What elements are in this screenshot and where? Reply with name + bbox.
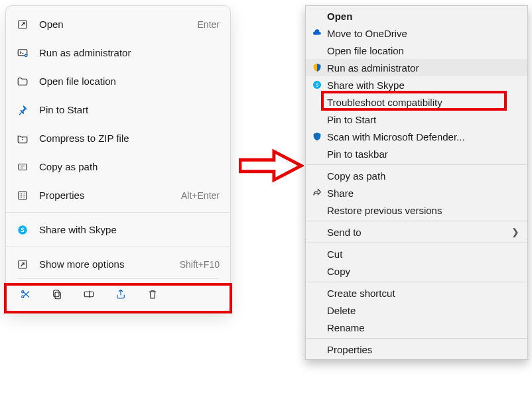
menu-item-hint: Shift+F10 (180, 259, 220, 270)
menu-item-share-skype[interactable]: Share with Skype (6, 215, 230, 244)
more-options-icon (15, 257, 30, 272)
share-out-icon (310, 186, 324, 200)
menu-item-run-as-admin[interactable]: Run as administrator (6, 38, 230, 67)
menu-item-label: Troubleshoot compatibility (327, 97, 519, 108)
blank-icon (310, 342, 324, 357)
blank-icon (310, 203, 324, 217)
menu-item-copy-as-path[interactable]: Copy as path (306, 167, 527, 184)
blank-icon (310, 112, 324, 127)
skype-icon (15, 223, 30, 237)
menu-item-properties[interactable]: Properties Alt+Enter (6, 181, 230, 209)
delete-icon[interactable] (145, 287, 160, 302)
menu-item-send-to[interactable]: Send to❯ (306, 223, 527, 241)
menu-item-label: Pin to taskbar (327, 148, 519, 160)
menu-item-label: Pin to Start (327, 114, 519, 125)
menu-item-label: Open file location (327, 45, 519, 56)
cut-icon[interactable] (18, 287, 33, 302)
skype-icon (310, 78, 324, 92)
menu-item-label: Share with Skype (327, 80, 519, 91)
separator (306, 338, 527, 339)
properties-icon (15, 188, 30, 203)
menu-item-label: Run as administrator (39, 47, 220, 58)
menu-item-label: Restore previous versions (327, 205, 519, 216)
defender-icon (310, 129, 324, 144)
menu-item-scan-with-microsoft-defender[interactable]: Scan with Microsoft Defender... (306, 128, 527, 145)
menu-item-label: Send to (327, 227, 511, 238)
menu-item-copy-as-path[interactable]: Copy as path (6, 152, 230, 181)
chevron-right-icon: ❯ (511, 227, 519, 237)
blank-icon (310, 264, 324, 278)
menu-item-label: Move to OneDrive (327, 28, 519, 39)
separator (306, 282, 527, 282)
blank-icon (310, 286, 324, 300)
separator (306, 243, 527, 243)
menu-item-label: Open (39, 19, 198, 30)
menu-item-label: Open file location (39, 76, 220, 87)
svg-rect-11 (84, 292, 94, 297)
menu-item-share[interactable]: Share (306, 184, 527, 201)
menu-item-label: Share (327, 188, 519, 199)
menu-item-pin-to-start[interactable]: Pin to Start (6, 95, 230, 124)
blank-icon (310, 303, 324, 317)
admin-icon (15, 46, 30, 60)
menu-item-pin-to-start[interactable]: Pin to Start (306, 111, 527, 128)
menu-item-open-file-location[interactable]: Open file location (306, 42, 527, 59)
menu-item-pin-to-taskbar[interactable]: Pin to taskbar (306, 145, 527, 162)
menu-item-label: Properties (327, 344, 519, 355)
separator (306, 164, 527, 165)
menu-item-create-shortcut[interactable]: Create shortcut (306, 284, 527, 302)
menu-item-properties[interactable]: Properties (306, 341, 527, 358)
blank-icon (310, 43, 324, 58)
svg-rect-10 (54, 290, 59, 297)
svg-rect-3 (19, 164, 27, 170)
separator (6, 247, 230, 247)
copy-path-icon (15, 160, 30, 174)
blank-icon (310, 95, 324, 109)
menu-item-label: Scan with Microsoft Defender... (327, 131, 519, 142)
svg-rect-4 (19, 192, 27, 199)
menu-item-troubleshoot-compatibility[interactable]: Troubleshoot compatibility (306, 93, 527, 111)
menu-item-label: Show more options (39, 258, 180, 270)
icon-bar (18, 278, 218, 311)
classic-context-menu: OpenMove to OneDriveOpen file locationRu… (305, 5, 528, 360)
menu-item-rename[interactable]: Rename (306, 319, 527, 336)
menu-item-cut[interactable]: Cut (306, 245, 527, 262)
menu-item-compress-zip[interactable]: Compress to ZIP file (6, 124, 230, 152)
menu-item-move-to-onedrive[interactable]: Move to OneDrive (306, 25, 527, 42)
blank-icon (310, 320, 324, 335)
menu-item-delete[interactable]: Delete (306, 302, 527, 319)
blank-icon (310, 146, 324, 161)
menu-item-label: Rename (327, 322, 519, 333)
folder-icon (15, 74, 30, 89)
menu-item-open[interactable]: Open Enter (6, 10, 230, 38)
onedrive-icon (310, 26, 324, 40)
menu-item-label: Create shortcut (327, 288, 519, 299)
annotation-arrow (239, 148, 304, 183)
menu-item-run-as-administrator[interactable]: Run as administrator (306, 59, 527, 76)
menu-item-label: Delete (327, 305, 519, 316)
menu-item-label: Open (327, 11, 519, 22)
menu-item-share-with-skype[interactable]: Share with Skype (306, 76, 527, 93)
rename-icon[interactable] (82, 287, 96, 302)
menu-item-label: Copy (327, 266, 519, 277)
menu-item-show-more-options[interactable]: Show more options Shift+F10 (6, 250, 230, 278)
shield-icon (310, 60, 324, 75)
zip-icon (15, 131, 30, 146)
menu-item-label: Compress to ZIP file (39, 133, 220, 144)
menu-item-label: Copy as path (327, 170, 519, 182)
blank-icon (310, 168, 324, 183)
open-icon (15, 17, 30, 32)
copy-icon[interactable] (50, 287, 64, 302)
menu-item-label: Run as administrator (327, 62, 519, 74)
menu-item-copy[interactable]: Copy (306, 262, 527, 280)
menu-item-open-file-location[interactable]: Open file location (6, 67, 230, 95)
separator (6, 212, 230, 213)
menu-item-restore-previous-versions[interactable]: Restore previous versions (306, 201, 527, 219)
menu-item-label: Copy as path (39, 161, 220, 172)
menu-item-hint: Enter (198, 19, 220, 30)
menu-item-open[interactable]: Open (306, 7, 527, 25)
blank-icon (310, 225, 324, 239)
separator (306, 221, 527, 221)
blank-icon (310, 9, 324, 23)
share-icon[interactable] (113, 287, 128, 302)
